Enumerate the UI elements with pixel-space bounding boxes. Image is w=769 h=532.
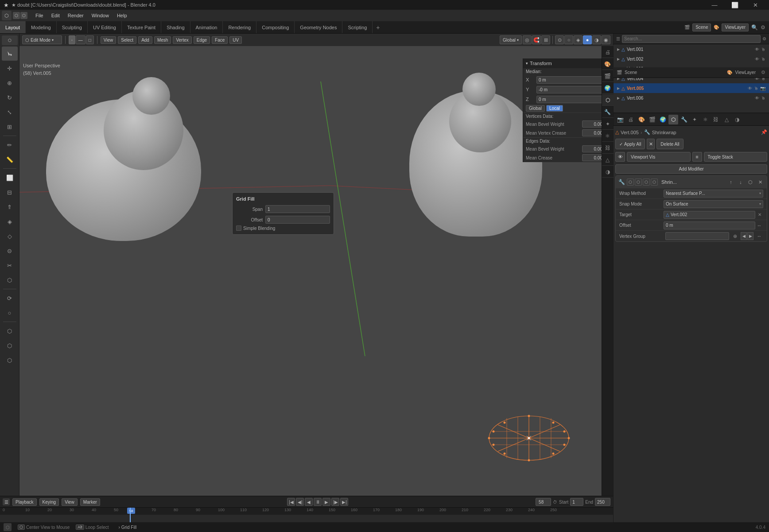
tab-animation[interactable]: Animation xyxy=(190,21,223,33)
shrnk-close-btn[interactable]: ✕ xyxy=(756,178,764,186)
output-props-tab[interactable]: 🖨 xyxy=(602,47,614,58)
span-input[interactable]: 1 xyxy=(265,205,330,213)
cursor-tool[interactable]: ✛ xyxy=(2,61,18,75)
inset-tool[interactable]: ◈ xyxy=(2,214,18,229)
shear-tool[interactable]: ⬡ xyxy=(2,324,18,338)
vg-flip-btn[interactable]: ↔ xyxy=(755,233,763,239)
knife-tool[interactable]: ✂ xyxy=(2,258,18,272)
viewport[interactable]: ⬡ Edit Mode ▾ · — □ View Select Add Mesh… xyxy=(19,34,613,496)
shrnk-vis4-icon[interactable]: ⬡ xyxy=(651,179,658,186)
viewport-canvas[interactable]: .mesh-edge { stroke: #e87a35; stroke-wid… xyxy=(19,46,613,496)
select-menu[interactable]: Select xyxy=(118,36,136,44)
scene-icon-btn[interactable]: 🎬 xyxy=(647,115,657,124)
menu-edit[interactable]: Edit xyxy=(48,12,63,19)
target-clear-btn[interactable]: ✕ xyxy=(756,211,763,218)
extrude-tool[interactable]: ⇑ xyxy=(2,200,18,214)
mean-crease-value[interactable]: 0.00 xyxy=(582,154,604,161)
apply-all-btn[interactable]: ✓ Apply All xyxy=(615,139,645,149)
physics-tab[interactable]: ⚛ xyxy=(602,130,614,142)
vis-render-5[interactable]: 📷 xyxy=(760,86,765,91)
vg-prev-btn[interactable]: ◀ xyxy=(741,232,747,240)
loop-cut-tool[interactable]: ⊝ xyxy=(2,244,18,258)
expand-vert006[interactable]: ▶ xyxy=(617,96,620,100)
solid-btn[interactable]: ● xyxy=(583,35,592,44)
object-props-tab[interactable]: ⬡ xyxy=(602,94,614,106)
outliner-item-vert005[interactable]: ▶ △ Vert.005 👁 🖱 📷 xyxy=(614,83,769,93)
mode-icon-1[interactable]: ⬡ xyxy=(13,12,20,19)
y-value[interactable]: -0 m xyxy=(536,86,604,93)
mesh-menu[interactable]: Mesh xyxy=(154,36,171,44)
physics-icon-btn[interactable]: ⚛ xyxy=(700,115,710,124)
vis-eye-1[interactable]: 👁 xyxy=(755,47,759,52)
breadcrumb-pin-btn[interactable]: 📌 xyxy=(761,129,767,135)
tab-geometry-nodes[interactable]: Geometry Nodes xyxy=(295,21,342,33)
snap-mode-dropdown[interactable]: On Surface ▾ xyxy=(664,200,763,208)
face-menu[interactable]: Face xyxy=(212,36,228,44)
play-forward-btn[interactable]: ▶ xyxy=(322,498,330,506)
viewport-vis-icon[interactable]: 👁 xyxy=(615,152,625,162)
modifier-props-tab[interactable]: 🔧 xyxy=(602,106,614,118)
vis-restrict-5[interactable]: 🖱 xyxy=(754,86,758,91)
tab-uv-editing[interactable]: UV Editing xyxy=(88,21,122,33)
play-reverse-btn[interactable]: ◀ xyxy=(305,498,313,506)
edge-select-btn[interactable]: — xyxy=(76,35,85,44)
data-icon-btn[interactable]: △ xyxy=(722,115,731,124)
world-icon-btn[interactable]: 🌍 xyxy=(658,115,668,124)
outliner-item-vert001[interactable]: ▶ △ Vert.001 👁 🖱 xyxy=(614,44,769,54)
menu-help[interactable]: Help xyxy=(113,12,131,19)
poly-build-tool[interactable]: ⬡ xyxy=(2,273,18,287)
vis-restrict-1[interactable]: 🖱 xyxy=(761,47,765,52)
mean-bevel-weight-v-value[interactable]: 0.00 xyxy=(582,120,604,128)
close-button[interactable]: ✕ xyxy=(745,0,765,10)
vertex-menu[interactable]: Vertex xyxy=(173,36,191,44)
outliner-search[interactable] xyxy=(622,35,761,43)
jump-start-btn[interactable]: |◀ xyxy=(287,498,295,506)
filter-icon[interactable]: ⚙ xyxy=(761,24,765,31)
vg-add-btn[interactable]: ⊕ xyxy=(731,232,739,240)
annotate-tool[interactable]: ✏ xyxy=(2,138,18,152)
shrnk-up-btn[interactable]: ↑ xyxy=(727,178,735,186)
play-stop-btn[interactable]: ⏸ xyxy=(314,498,322,506)
material-icon-btn[interactable]: ◑ xyxy=(732,115,742,124)
end-frame-field[interactable]: 250 xyxy=(595,498,610,506)
blender-menu-icon[interactable]: ⬡ xyxy=(2,11,12,20)
bevel-tool[interactable]: ◇ xyxy=(2,229,18,243)
target-value-field[interactable]: △ Vert.002 xyxy=(664,211,755,219)
search-icon[interactable]: 🔍 xyxy=(751,24,758,31)
particles-icon-btn[interactable]: ✦ xyxy=(690,115,699,124)
view-layer-tab[interactable]: 🎨 xyxy=(602,58,614,70)
edit-mode-selector[interactable]: ⬡ Edit Mode ▾ xyxy=(22,35,62,44)
shrnk-dupe-btn[interactable]: ⬡ xyxy=(746,178,754,186)
edge-menu[interactable]: Edge xyxy=(194,36,210,44)
outliner-item-vert006[interactable]: ▶ △ Vert.006 👁 🖱 xyxy=(614,93,769,103)
constraints-icon-btn[interactable]: ⛓ xyxy=(711,115,721,124)
modifier-icon-btn[interactable]: 🔧 xyxy=(679,115,689,124)
vis-restrict-6[interactable]: 🖱 xyxy=(761,96,765,101)
global-selector[interactable]: Global▾ xyxy=(500,35,522,44)
add-modifier-btn[interactable]: Add Modifier xyxy=(615,164,767,174)
measure-tool[interactable]: 📏 xyxy=(2,152,18,167)
keying-btn[interactable]: Keying xyxy=(39,498,59,506)
offset-arrows[interactable]: ↔ xyxy=(755,223,763,228)
tab-texture-paint[interactable]: Texture Paint xyxy=(122,21,161,33)
output-icon-btn[interactable]: 🖨 xyxy=(626,115,636,124)
shading-btn[interactable]: ○ xyxy=(564,35,573,44)
add-menu[interactable]: Add xyxy=(138,36,152,44)
object-icon-btn[interactable]: ⬡ xyxy=(668,115,678,124)
shrnk-vis2-icon[interactable]: ⬡ xyxy=(635,179,642,186)
mode-icon-2[interactable]: ⬡ xyxy=(20,12,27,19)
render-btn[interactable]: ◉ xyxy=(602,35,610,44)
current-frame-field[interactable]: 58 xyxy=(536,498,551,506)
vertex-select-btn[interactable]: · xyxy=(69,35,75,44)
outliner-filter-btn[interactable]: ⚙ xyxy=(762,36,766,41)
face-select-btn[interactable]: □ xyxy=(86,35,94,44)
global-coord-btn[interactable]: Global xyxy=(526,105,545,112)
push-pull-tool[interactable]: ⬡ xyxy=(2,353,18,367)
material-btn[interactable]: ◑ xyxy=(592,35,601,44)
vis-eye-5[interactable]: 👁 xyxy=(748,86,752,91)
marker-btn[interactable]: Marker xyxy=(80,498,100,506)
filter-props-btn[interactable]: ⚙ xyxy=(761,70,765,75)
playback-btn[interactable]: Playback xyxy=(12,498,37,506)
spin-tool[interactable]: ⟳ xyxy=(2,291,18,305)
view-menu[interactable]: View xyxy=(101,36,117,44)
